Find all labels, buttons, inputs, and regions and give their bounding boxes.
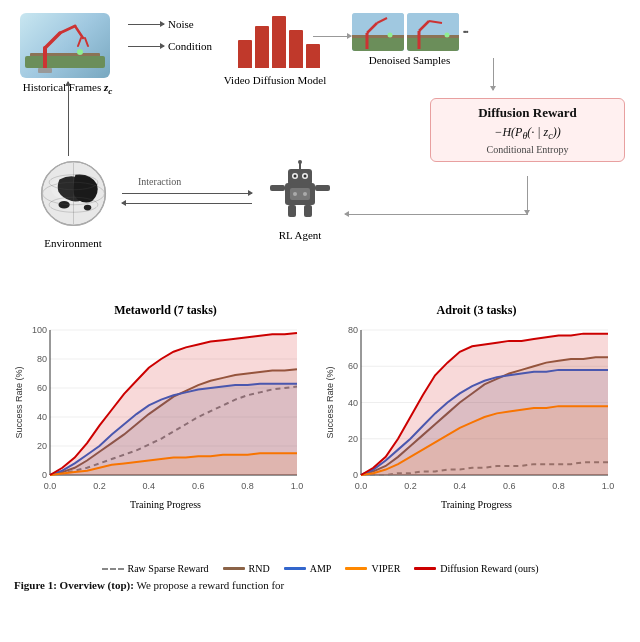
legend-rnd: RND bbox=[223, 563, 270, 574]
legend-rnd-line bbox=[223, 567, 245, 570]
diffusion-reward-subtitle: Conditional Entropy bbox=[441, 144, 614, 155]
legend-amp: AMP bbox=[284, 563, 332, 574]
svg-rect-35 bbox=[304, 205, 312, 217]
legend-viper-line bbox=[345, 567, 367, 570]
rl-agent-block: RL Agent bbox=[255, 153, 345, 241]
svg-point-29 bbox=[304, 175, 307, 178]
left-chart-container: Metaworld (7 tasks) Training Progress bbox=[10, 303, 319, 561]
noise-arrow bbox=[128, 24, 164, 25]
legend-viper: VIPER bbox=[345, 563, 400, 574]
svg-rect-19 bbox=[407, 35, 459, 38]
svg-rect-18 bbox=[407, 37, 459, 51]
svg-point-42 bbox=[83, 205, 91, 211]
svg-rect-32 bbox=[270, 185, 285, 191]
vdm-to-denoised-arrow bbox=[313, 36, 351, 37]
noise-condition-block: Noise Condition bbox=[128, 18, 212, 52]
vdm-block bbox=[238, 13, 320, 68]
caption-figure-label: Figure 1: Overview (top): bbox=[14, 579, 134, 591]
svg-rect-33 bbox=[315, 185, 330, 191]
svg-line-4 bbox=[45, 33, 60, 48]
historical-frames-block bbox=[20, 13, 110, 78]
denoised-label: Denoised Samples bbox=[352, 54, 467, 66]
main-container: Historical Frames zc Noise Condition bbox=[0, 0, 640, 642]
denoised-block: ··· Denoised Samples bbox=[352, 13, 467, 66]
denoised-dots: ··· bbox=[462, 22, 467, 43]
caption: Figure 1: Overview (top): We propose a r… bbox=[10, 578, 630, 593]
legend-diffusion-label: Diffusion Reward (ours) bbox=[440, 563, 538, 574]
denoised-to-dr-arrow bbox=[493, 58, 494, 90]
svg-rect-1 bbox=[25, 56, 105, 68]
left-chart-title: Metaworld (7 tasks) bbox=[12, 303, 319, 318]
legend-raw: Raw Sparse Reward bbox=[102, 563, 209, 574]
svg-rect-25 bbox=[288, 169, 312, 185]
denoised-images: ··· bbox=[352, 13, 467, 51]
svg-point-16 bbox=[388, 33, 393, 38]
diffusion-reward-title: Diffusion Reward bbox=[441, 105, 614, 121]
left-chart-xlabel: Training Progress bbox=[12, 499, 319, 510]
caption-text: We propose a reward function for bbox=[136, 579, 284, 591]
legend-diffusion: Diffusion Reward (ours) bbox=[414, 563, 538, 574]
denoised-img-2 bbox=[407, 13, 459, 51]
diffusion-reward-box: Diffusion Reward −H(Pθ(· | zc)) Conditio… bbox=[430, 98, 625, 162]
historical-frames-image bbox=[20, 13, 110, 78]
svg-rect-34 bbox=[288, 205, 296, 217]
condition-label: Condition bbox=[168, 40, 212, 52]
noise-row: Noise bbox=[128, 18, 212, 30]
legend-raw-line bbox=[102, 568, 124, 570]
right-chart-container: Adroit (3 tasks) Training Progress bbox=[319, 303, 630, 561]
svg-point-38 bbox=[303, 192, 307, 196]
charts-section: Metaworld (7 tasks) Training Progress Ad… bbox=[10, 303, 630, 561]
legend-amp-label: AMP bbox=[310, 563, 332, 574]
env-to-hist-arrow bbox=[68, 82, 69, 156]
interaction-label: Interaction bbox=[138, 176, 181, 187]
diffusion-reward-formula: −H(Pθ(· | zc)) bbox=[441, 125, 614, 141]
globe-svg bbox=[36, 156, 111, 231]
svg-point-28 bbox=[294, 175, 297, 178]
right-chart-xlabel: Training Progress bbox=[323, 499, 630, 510]
denoised-img-1 bbox=[352, 13, 404, 51]
vdm-bar-1 bbox=[238, 40, 252, 68]
legend-row: Raw Sparse Reward RND AMP VIPER Diffusio… bbox=[10, 563, 630, 574]
rl-robot-svg bbox=[260, 153, 340, 223]
env-block: Environment bbox=[28, 156, 118, 249]
svg-point-37 bbox=[293, 192, 297, 196]
vdm-bar-4 bbox=[289, 30, 303, 68]
svg-line-5 bbox=[60, 26, 75, 33]
diagram-section: Historical Frames zc Noise Condition bbox=[10, 8, 630, 298]
dr-to-rl-arrow bbox=[527, 176, 528, 214]
svg-rect-12 bbox=[352, 35, 404, 38]
legend-rnd-label: RND bbox=[249, 563, 270, 574]
condition-row: Condition bbox=[128, 40, 212, 52]
vdm-label: Video Diffusion Model bbox=[220, 74, 330, 86]
vdm-bars bbox=[238, 13, 320, 68]
vdm-bar-5 bbox=[306, 44, 320, 68]
svg-line-6 bbox=[75, 26, 83, 38]
vdm-bar-2 bbox=[255, 26, 269, 68]
svg-rect-11 bbox=[352, 37, 404, 51]
rl-to-env-arrow bbox=[122, 203, 252, 204]
condition-arrow bbox=[128, 46, 164, 47]
svg-rect-9 bbox=[38, 68, 52, 73]
noise-label: Noise bbox=[168, 18, 194, 30]
env-label: Environment bbox=[28, 237, 118, 249]
left-chart-canvas bbox=[12, 322, 307, 497]
legend-raw-label: Raw Sparse Reward bbox=[128, 563, 209, 574]
right-chart-title: Adroit (3 tasks) bbox=[323, 303, 630, 318]
svg-point-31 bbox=[298, 160, 302, 164]
svg-line-7 bbox=[78, 38, 81, 46]
svg-point-23 bbox=[445, 33, 450, 38]
svg-point-2 bbox=[77, 49, 83, 55]
vdm-bar-3 bbox=[272, 16, 286, 68]
env-to-rl-arrow bbox=[122, 193, 252, 194]
svg-line-8 bbox=[85, 38, 88, 46]
right-chart-canvas bbox=[323, 322, 618, 497]
robot-arm-left-svg bbox=[25, 18, 105, 73]
dr-to-rl-arrow-h bbox=[345, 214, 528, 215]
legend-diffusion-line bbox=[414, 567, 436, 570]
legend-viper-label: VIPER bbox=[371, 563, 400, 574]
rl-agent-label: RL Agent bbox=[255, 229, 345, 241]
legend-amp-line bbox=[284, 567, 306, 570]
